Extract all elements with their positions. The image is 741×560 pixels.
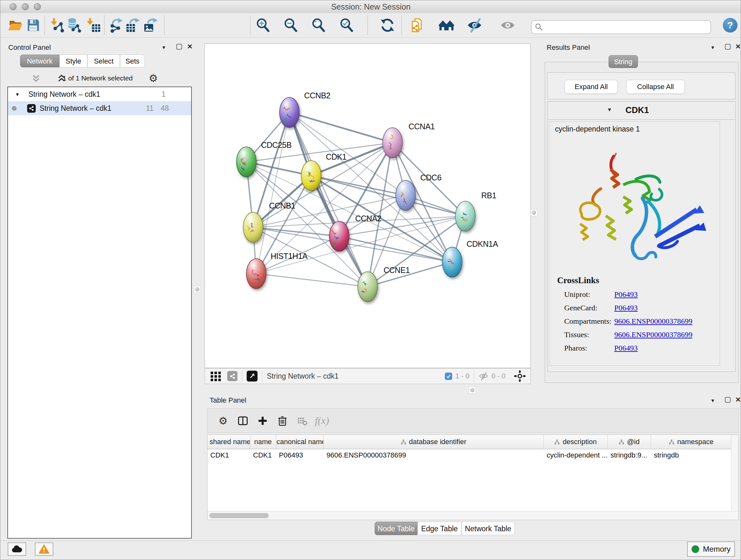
crosslink-pharos[interactable]: P06493 bbox=[614, 344, 637, 357]
export-network-button[interactable] bbox=[108, 17, 124, 34]
network-view-icon[interactable] bbox=[227, 371, 238, 381]
network-edge[interactable] bbox=[256, 273, 367, 287]
column-header-canonical-name[interactable]: canonical name bbox=[276, 435, 324, 449]
fit-content-crosshair-icon[interactable] bbox=[514, 370, 526, 382]
function-builder-icon[interactable]: f(x) bbox=[312, 412, 332, 430]
network-canvas[interactable]: CCNB2CCNA1CDC25BCDK1CDC6RB1CCNB1CCNA2CDK… bbox=[205, 44, 531, 368]
show-columns-icon[interactable] bbox=[233, 412, 253, 430]
control-panel-float-icon[interactable]: ▢ bbox=[176, 43, 183, 50]
table-options-gear-icon[interactable]: ⚙ bbox=[213, 412, 233, 430]
show-all-networks-button[interactable] bbox=[438, 17, 455, 34]
tab-string[interactable]: String bbox=[609, 55, 638, 68]
network-graph[interactable]: CCNB2CCNA1CDC25BCDK1CDC6RB1CCNB1CCNA2CDK… bbox=[205, 44, 530, 368]
selected-checkbox-icon[interactable] bbox=[445, 373, 452, 380]
network-node-cdc6[interactable]: CDC6 bbox=[396, 173, 441, 210]
network-edge[interactable] bbox=[289, 112, 367, 287]
crosslink-tissues[interactable]: 9606.ENSP00000378699 bbox=[614, 330, 692, 344]
results-panel-collapse-icon[interactable]: ▼ bbox=[711, 44, 715, 51]
table-vertical-scrollbar[interactable] bbox=[731, 435, 738, 511]
search-input[interactable] bbox=[546, 23, 707, 32]
export-table-button[interactable] bbox=[125, 17, 141, 34]
table-row[interactable]: CDK1 CDK1 P06493 9606.ENSP00000378699 cy… bbox=[207, 449, 738, 462]
column-header-description[interactable]: description bbox=[544, 435, 608, 449]
hidden-eye-slash-icon[interactable] bbox=[479, 371, 488, 381]
network-node-rb1[interactable]: RB1 bbox=[455, 191, 496, 231]
memory-button[interactable]: Memory bbox=[687, 542, 735, 557]
table-panel-close-icon[interactable]: ✕ bbox=[735, 396, 741, 403]
network-row[interactable]: String Network – cdk1 11 48 bbox=[8, 101, 191, 115]
cell-namespace[interactable]: stringdb bbox=[651, 449, 731, 462]
zoom-in-button[interactable] bbox=[255, 17, 271, 34]
warnings-button[interactable] bbox=[35, 543, 53, 556]
results-panel-float-icon[interactable]: ▢ bbox=[724, 43, 731, 50]
birds-eye-view-toggle[interactable] bbox=[247, 371, 258, 381]
column-header-shared-name[interactable]: shared name bbox=[207, 435, 250, 449]
results-panel-close-icon[interactable]: ✕ bbox=[735, 44, 741, 50]
control-panel-close-icon[interactable]: ✕ bbox=[187, 44, 193, 50]
tab-select[interactable]: Select bbox=[87, 55, 120, 67]
import-network-from-database-button[interactable] bbox=[66, 17, 83, 34]
left-splitter-handle[interactable] bbox=[194, 286, 201, 293]
column-header-name[interactable]: name bbox=[250, 435, 276, 449]
tab-style[interactable]: Style bbox=[59, 55, 87, 67]
cell-canonical-name[interactable]: P06493 bbox=[276, 449, 324, 462]
crosslink-uniprot[interactable]: P06493 bbox=[614, 290, 637, 304]
apply-layout-button[interactable] bbox=[379, 17, 396, 34]
network-options-gear-icon[interactable]: ⚙ bbox=[149, 73, 158, 83]
zoom-out-button[interactable] bbox=[282, 17, 299, 34]
table-panel-float-icon[interactable]: ▢ bbox=[724, 396, 731, 402]
grid-view-icon[interactable] bbox=[210, 370, 221, 382]
cell-shared-name[interactable]: CDK1 bbox=[207, 449, 250, 462]
right-splitter-handle[interactable] bbox=[530, 209, 537, 216]
collapse-all-button[interactable]: Collapse All bbox=[626, 80, 685, 94]
delete-column-trash-icon[interactable] bbox=[273, 412, 292, 430]
tree-expand-icon[interactable]: ▼ bbox=[15, 91, 23, 97]
zoom-selected-button[interactable] bbox=[338, 17, 355, 34]
crosslink-compartments[interactable]: 9606.ENSP00000378699 bbox=[614, 317, 692, 330]
column-header-namespace[interactable]: namespace bbox=[651, 435, 731, 449]
network-edge[interactable] bbox=[289, 112, 393, 143]
cell-id[interactable]: stringdb:9... bbox=[608, 449, 651, 462]
show-hidden-button[interactable] bbox=[499, 17, 516, 34]
crosslink-genecard[interactable]: P06493 bbox=[614, 304, 637, 317]
network-edge[interactable] bbox=[367, 262, 452, 287]
cloud-status-button[interactable] bbox=[8, 543, 26, 556]
column-header-database-identifier[interactable]: database identifier bbox=[324, 435, 544, 449]
network-node-ccna1[interactable]: CCNA1 bbox=[383, 122, 434, 158]
expand-all-button[interactable]: Expand All bbox=[564, 80, 618, 94]
open-session-button[interactable] bbox=[7, 17, 23, 34]
crosslink-row: Uniprot: P06493 bbox=[564, 290, 714, 304]
import-network-button[interactable] bbox=[49, 17, 65, 34]
cell-database-identifier[interactable]: 9606.ENSP00000378699 bbox=[324, 449, 544, 462]
export-image-button[interactable] bbox=[142, 17, 159, 34]
scrollbar-thumb[interactable] bbox=[209, 513, 269, 518]
hide-selected-button[interactable] bbox=[466, 17, 483, 34]
cell-description[interactable]: cyclin-dependent ... bbox=[544, 449, 608, 462]
tab-edge-table[interactable]: Edge Table bbox=[417, 522, 461, 535]
table-horizontal-scrollbar[interactable] bbox=[207, 511, 738, 520]
tab-network[interactable]: Network bbox=[20, 55, 59, 67]
import-table-button[interactable] bbox=[85, 17, 102, 34]
table-panel-collapse-icon[interactable]: ▼ bbox=[711, 397, 715, 404]
tab-node-table[interactable]: Node Table bbox=[375, 522, 417, 535]
column-header-id[interactable]: @id bbox=[608, 435, 651, 449]
network-edge[interactable] bbox=[339, 236, 452, 262]
save-session-button[interactable] bbox=[25, 17, 42, 34]
protein-section-header[interactable]: ▼ CDK1 bbox=[548, 102, 735, 120]
duplicate-network-button[interactable] bbox=[409, 17, 426, 34]
zoom-fit-button[interactable] bbox=[310, 17, 327, 34]
network-node-cdc25b[interactable]: CDC25B bbox=[237, 140, 292, 177]
collapse-all-chevron-icon[interactable] bbox=[31, 74, 41, 83]
section-collapse-triangle-icon[interactable]: ▼ bbox=[607, 107, 612, 113]
tab-network-table[interactable]: Network Table bbox=[461, 522, 515, 535]
network-node-cdkn1a[interactable]: CDKN1A bbox=[442, 240, 498, 277]
tab-sets[interactable]: Sets bbox=[120, 55, 145, 67]
cell-name[interactable]: CDK1 bbox=[250, 449, 276, 462]
network-node-ccne1[interactable]: CCNE1 bbox=[358, 266, 410, 302]
control-panel-collapse-icon[interactable]: ▼ bbox=[161, 44, 166, 51]
delete-table-icon[interactable] bbox=[292, 412, 312, 430]
network-collection-row[interactable]: ▼ String Network – cdk1 1 bbox=[8, 87, 191, 101]
help-button[interactable]: ? bbox=[723, 18, 738, 33]
node-label: CCNB2 bbox=[304, 91, 330, 100]
create-column-plus-icon[interactable] bbox=[253, 412, 273, 430]
